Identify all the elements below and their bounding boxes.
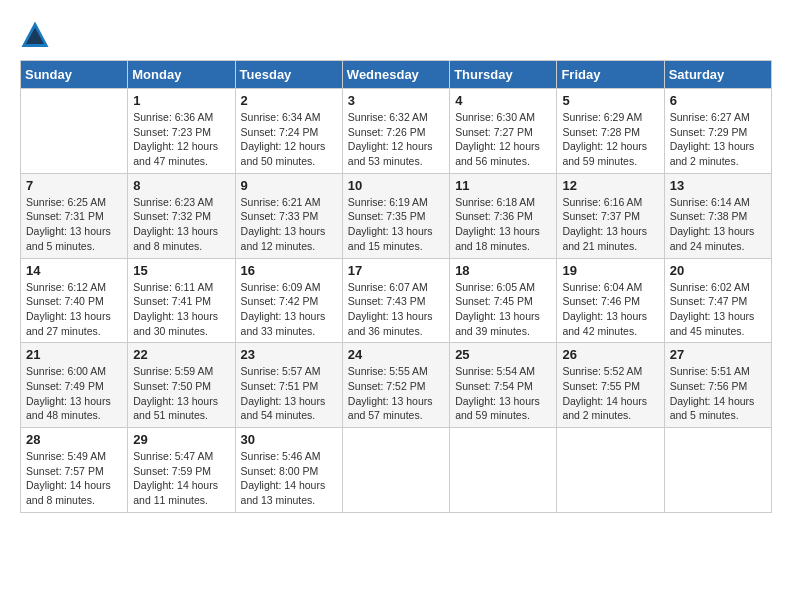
calendar-cell: 2Sunrise: 6:34 AMSunset: 7:24 PMDaylight… xyxy=(235,89,342,174)
weekday-header-tuesday: Tuesday xyxy=(235,61,342,89)
day-number: 4 xyxy=(455,93,551,108)
day-info: Sunrise: 5:59 AMSunset: 7:50 PMDaylight:… xyxy=(133,364,229,423)
day-info: Sunrise: 6:00 AMSunset: 7:49 PMDaylight:… xyxy=(26,364,122,423)
day-number: 28 xyxy=(26,432,122,447)
day-number: 1 xyxy=(133,93,229,108)
day-info: Sunrise: 5:54 AMSunset: 7:54 PMDaylight:… xyxy=(455,364,551,423)
calendar-cell: 19Sunrise: 6:04 AMSunset: 7:46 PMDayligh… xyxy=(557,258,664,343)
weekday-header-thursday: Thursday xyxy=(450,61,557,89)
calendar-cell: 18Sunrise: 6:05 AMSunset: 7:45 PMDayligh… xyxy=(450,258,557,343)
day-number: 7 xyxy=(26,178,122,193)
day-number: 16 xyxy=(241,263,337,278)
day-info: Sunrise: 6:12 AMSunset: 7:40 PMDaylight:… xyxy=(26,280,122,339)
calendar-cell: 16Sunrise: 6:09 AMSunset: 7:42 PMDayligh… xyxy=(235,258,342,343)
calendar-cell xyxy=(557,428,664,513)
calendar-cell xyxy=(21,89,128,174)
day-info: Sunrise: 6:11 AMSunset: 7:41 PMDaylight:… xyxy=(133,280,229,339)
day-info: Sunrise: 6:36 AMSunset: 7:23 PMDaylight:… xyxy=(133,110,229,169)
logo xyxy=(20,20,54,50)
day-number: 23 xyxy=(241,347,337,362)
calendar-cell: 27Sunrise: 5:51 AMSunset: 7:56 PMDayligh… xyxy=(664,343,771,428)
calendar-cell: 11Sunrise: 6:18 AMSunset: 7:36 PMDayligh… xyxy=(450,173,557,258)
day-info: Sunrise: 6:21 AMSunset: 7:33 PMDaylight:… xyxy=(241,195,337,254)
day-info: Sunrise: 5:47 AMSunset: 7:59 PMDaylight:… xyxy=(133,449,229,508)
calendar-cell: 23Sunrise: 5:57 AMSunset: 7:51 PMDayligh… xyxy=(235,343,342,428)
calendar-cell xyxy=(450,428,557,513)
calendar-cell: 6Sunrise: 6:27 AMSunset: 7:29 PMDaylight… xyxy=(664,89,771,174)
calendar-week-row: 14Sunrise: 6:12 AMSunset: 7:40 PMDayligh… xyxy=(21,258,772,343)
calendar-cell: 26Sunrise: 5:52 AMSunset: 7:55 PMDayligh… xyxy=(557,343,664,428)
day-info: Sunrise: 5:49 AMSunset: 7:57 PMDaylight:… xyxy=(26,449,122,508)
calendar-cell: 15Sunrise: 6:11 AMSunset: 7:41 PMDayligh… xyxy=(128,258,235,343)
calendar-cell: 12Sunrise: 6:16 AMSunset: 7:37 PMDayligh… xyxy=(557,173,664,258)
day-info: Sunrise: 5:46 AMSunset: 8:00 PMDaylight:… xyxy=(241,449,337,508)
calendar-cell: 9Sunrise: 6:21 AMSunset: 7:33 PMDaylight… xyxy=(235,173,342,258)
day-info: Sunrise: 6:25 AMSunset: 7:31 PMDaylight:… xyxy=(26,195,122,254)
day-number: 11 xyxy=(455,178,551,193)
calendar-cell: 14Sunrise: 6:12 AMSunset: 7:40 PMDayligh… xyxy=(21,258,128,343)
calendar-cell: 20Sunrise: 6:02 AMSunset: 7:47 PMDayligh… xyxy=(664,258,771,343)
calendar-cell: 29Sunrise: 5:47 AMSunset: 7:59 PMDayligh… xyxy=(128,428,235,513)
day-number: 24 xyxy=(348,347,444,362)
calendar-cell: 13Sunrise: 6:14 AMSunset: 7:38 PMDayligh… xyxy=(664,173,771,258)
calendar-week-row: 1Sunrise: 6:36 AMSunset: 7:23 PMDaylight… xyxy=(21,89,772,174)
calendar-cell: 21Sunrise: 6:00 AMSunset: 7:49 PMDayligh… xyxy=(21,343,128,428)
day-info: Sunrise: 6:14 AMSunset: 7:38 PMDaylight:… xyxy=(670,195,766,254)
day-info: Sunrise: 6:23 AMSunset: 7:32 PMDaylight:… xyxy=(133,195,229,254)
calendar-table: SundayMondayTuesdayWednesdayThursdayFrid… xyxy=(20,60,772,513)
calendar-body: 1Sunrise: 6:36 AMSunset: 7:23 PMDaylight… xyxy=(21,89,772,513)
weekday-header-row: SundayMondayTuesdayWednesdayThursdayFrid… xyxy=(21,61,772,89)
calendar-cell: 10Sunrise: 6:19 AMSunset: 7:35 PMDayligh… xyxy=(342,173,449,258)
calendar-cell xyxy=(664,428,771,513)
calendar-cell: 1Sunrise: 6:36 AMSunset: 7:23 PMDaylight… xyxy=(128,89,235,174)
day-info: Sunrise: 6:05 AMSunset: 7:45 PMDaylight:… xyxy=(455,280,551,339)
day-number: 27 xyxy=(670,347,766,362)
day-number: 2 xyxy=(241,93,337,108)
day-info: Sunrise: 6:07 AMSunset: 7:43 PMDaylight:… xyxy=(348,280,444,339)
day-info: Sunrise: 6:02 AMSunset: 7:47 PMDaylight:… xyxy=(670,280,766,339)
day-number: 15 xyxy=(133,263,229,278)
day-info: Sunrise: 5:57 AMSunset: 7:51 PMDaylight:… xyxy=(241,364,337,423)
calendar-cell: 22Sunrise: 5:59 AMSunset: 7:50 PMDayligh… xyxy=(128,343,235,428)
day-number: 17 xyxy=(348,263,444,278)
weekday-header-sunday: Sunday xyxy=(21,61,128,89)
day-number: 3 xyxy=(348,93,444,108)
calendar-cell: 28Sunrise: 5:49 AMSunset: 7:57 PMDayligh… xyxy=(21,428,128,513)
day-number: 19 xyxy=(562,263,658,278)
day-number: 20 xyxy=(670,263,766,278)
day-info: Sunrise: 6:29 AMSunset: 7:28 PMDaylight:… xyxy=(562,110,658,169)
calendar-cell: 30Sunrise: 5:46 AMSunset: 8:00 PMDayligh… xyxy=(235,428,342,513)
calendar-cell: 17Sunrise: 6:07 AMSunset: 7:43 PMDayligh… xyxy=(342,258,449,343)
day-number: 30 xyxy=(241,432,337,447)
day-number: 5 xyxy=(562,93,658,108)
day-info: Sunrise: 6:16 AMSunset: 7:37 PMDaylight:… xyxy=(562,195,658,254)
calendar-cell: 5Sunrise: 6:29 AMSunset: 7:28 PMDaylight… xyxy=(557,89,664,174)
day-info: Sunrise: 6:04 AMSunset: 7:46 PMDaylight:… xyxy=(562,280,658,339)
day-number: 12 xyxy=(562,178,658,193)
day-info: Sunrise: 6:27 AMSunset: 7:29 PMDaylight:… xyxy=(670,110,766,169)
weekday-header-saturday: Saturday xyxy=(664,61,771,89)
day-number: 26 xyxy=(562,347,658,362)
calendar-cell: 3Sunrise: 6:32 AMSunset: 7:26 PMDaylight… xyxy=(342,89,449,174)
day-info: Sunrise: 6:32 AMSunset: 7:26 PMDaylight:… xyxy=(348,110,444,169)
weekday-header-monday: Monday xyxy=(128,61,235,89)
day-number: 18 xyxy=(455,263,551,278)
day-number: 6 xyxy=(670,93,766,108)
day-number: 9 xyxy=(241,178,337,193)
calendar-week-row: 21Sunrise: 6:00 AMSunset: 7:49 PMDayligh… xyxy=(21,343,772,428)
day-info: Sunrise: 5:52 AMSunset: 7:55 PMDaylight:… xyxy=(562,364,658,423)
calendar-cell: 4Sunrise: 6:30 AMSunset: 7:27 PMDaylight… xyxy=(450,89,557,174)
day-number: 8 xyxy=(133,178,229,193)
calendar-cell xyxy=(342,428,449,513)
calendar-week-row: 7Sunrise: 6:25 AMSunset: 7:31 PMDaylight… xyxy=(21,173,772,258)
day-info: Sunrise: 5:55 AMSunset: 7:52 PMDaylight:… xyxy=(348,364,444,423)
day-info: Sunrise: 6:09 AMSunset: 7:42 PMDaylight:… xyxy=(241,280,337,339)
calendar-cell: 8Sunrise: 6:23 AMSunset: 7:32 PMDaylight… xyxy=(128,173,235,258)
day-number: 14 xyxy=(26,263,122,278)
page-header xyxy=(20,20,772,50)
day-info: Sunrise: 6:30 AMSunset: 7:27 PMDaylight:… xyxy=(455,110,551,169)
day-number: 10 xyxy=(348,178,444,193)
day-info: Sunrise: 6:34 AMSunset: 7:24 PMDaylight:… xyxy=(241,110,337,169)
day-number: 29 xyxy=(133,432,229,447)
day-number: 22 xyxy=(133,347,229,362)
